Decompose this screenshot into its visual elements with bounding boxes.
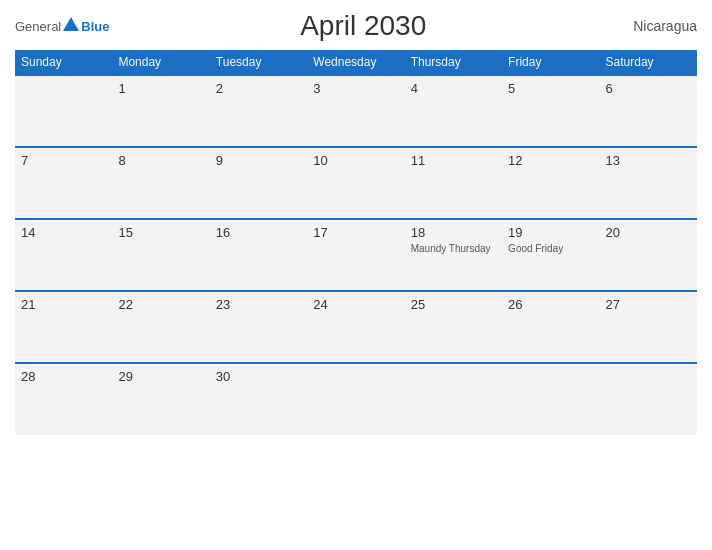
calendar-cell: 2 xyxy=(210,75,307,147)
day-number: 22 xyxy=(118,297,203,312)
calendar-cell: 14 xyxy=(15,219,112,291)
calendar-cell: 27 xyxy=(600,291,697,363)
calendar-week-row: 78910111213 xyxy=(15,147,697,219)
header-thursday: Thursday xyxy=(405,50,502,75)
header-saturday: Saturday xyxy=(600,50,697,75)
calendar-cell: 1 xyxy=(112,75,209,147)
day-number: 17 xyxy=(313,225,398,240)
day-number: 21 xyxy=(21,297,106,312)
calendar-cell: 30 xyxy=(210,363,307,435)
day-number: 6 xyxy=(606,81,691,96)
day-number: 13 xyxy=(606,153,691,168)
day-number: 1 xyxy=(118,81,203,96)
calendar-week-row: 282930 xyxy=(15,363,697,435)
logo-general: General xyxy=(15,19,61,34)
day-number: 27 xyxy=(606,297,691,312)
day-number: 16 xyxy=(216,225,301,240)
day-number: 18 xyxy=(411,225,496,240)
calendar-cell: 26 xyxy=(502,291,599,363)
calendar-cell: 7 xyxy=(15,147,112,219)
day-number: 20 xyxy=(606,225,691,240)
calendar-cell: 4 xyxy=(405,75,502,147)
header-friday: Friday xyxy=(502,50,599,75)
calendar-cell: 19Good Friday xyxy=(502,219,599,291)
holiday-name: Maundy Thursday xyxy=(411,242,496,255)
logo: General Blue xyxy=(15,19,109,34)
calendar-week-row: 1415161718Maundy Thursday19Good Friday20 xyxy=(15,219,697,291)
day-number: 14 xyxy=(21,225,106,240)
calendar-body: 123456789101112131415161718Maundy Thursd… xyxy=(15,75,697,435)
header-sunday: Sunday xyxy=(15,50,112,75)
calendar-week-row: 123456 xyxy=(15,75,697,147)
calendar-cell: 18Maundy Thursday xyxy=(405,219,502,291)
calendar-cell xyxy=(15,75,112,147)
day-number: 30 xyxy=(216,369,301,384)
calendar-cell: 5 xyxy=(502,75,599,147)
calendar-cell: 22 xyxy=(112,291,209,363)
day-number: 8 xyxy=(118,153,203,168)
calendar-cell: 8 xyxy=(112,147,209,219)
header-wednesday: Wednesday xyxy=(307,50,404,75)
calendar-cell: 13 xyxy=(600,147,697,219)
calendar-cell: 3 xyxy=(307,75,404,147)
calendar-week-row: 21222324252627 xyxy=(15,291,697,363)
calendar-cell xyxy=(502,363,599,435)
calendar-cell: 11 xyxy=(405,147,502,219)
day-number: 23 xyxy=(216,297,301,312)
calendar-cell: 28 xyxy=(15,363,112,435)
logo-triangle-icon xyxy=(63,17,79,31)
calendar-cell: 9 xyxy=(210,147,307,219)
calendar-cell: 6 xyxy=(600,75,697,147)
month-title: April 2030 xyxy=(109,10,617,42)
day-number: 12 xyxy=(508,153,593,168)
day-number: 28 xyxy=(21,369,106,384)
day-number: 7 xyxy=(21,153,106,168)
holiday-name: Good Friday xyxy=(508,242,593,255)
calendar-cell: 10 xyxy=(307,147,404,219)
header-monday: Monday xyxy=(112,50,209,75)
logo-blue: Blue xyxy=(81,19,109,34)
day-number: 26 xyxy=(508,297,593,312)
calendar-table: Sunday Monday Tuesday Wednesday Thursday… xyxy=(15,50,697,435)
calendar-cell xyxy=(600,363,697,435)
day-number: 4 xyxy=(411,81,496,96)
calendar-cell xyxy=(307,363,404,435)
calendar-cell: 15 xyxy=(112,219,209,291)
calendar-cell: 17 xyxy=(307,219,404,291)
calendar-cell: 20 xyxy=(600,219,697,291)
day-number: 19 xyxy=(508,225,593,240)
header-tuesday: Tuesday xyxy=(210,50,307,75)
day-number: 24 xyxy=(313,297,398,312)
calendar-cell: 24 xyxy=(307,291,404,363)
calendar-cell: 23 xyxy=(210,291,307,363)
day-number: 2 xyxy=(216,81,301,96)
calendar-header: General Blue April 2030 Nicaragua xyxy=(15,10,697,42)
day-number: 3 xyxy=(313,81,398,96)
day-number: 10 xyxy=(313,153,398,168)
day-number: 25 xyxy=(411,297,496,312)
calendar-cell: 16 xyxy=(210,219,307,291)
day-number: 5 xyxy=(508,81,593,96)
calendar-cell: 12 xyxy=(502,147,599,219)
day-number: 29 xyxy=(118,369,203,384)
calendar-container: General Blue April 2030 Nicaragua Sunday… xyxy=(0,0,712,550)
calendar-cell: 29 xyxy=(112,363,209,435)
calendar-cell: 21 xyxy=(15,291,112,363)
day-number: 9 xyxy=(216,153,301,168)
weekday-header-row: Sunday Monday Tuesday Wednesday Thursday… xyxy=(15,50,697,75)
calendar-cell xyxy=(405,363,502,435)
country-label: Nicaragua xyxy=(617,18,697,34)
day-number: 11 xyxy=(411,153,496,168)
day-number: 15 xyxy=(118,225,203,240)
calendar-cell: 25 xyxy=(405,291,502,363)
